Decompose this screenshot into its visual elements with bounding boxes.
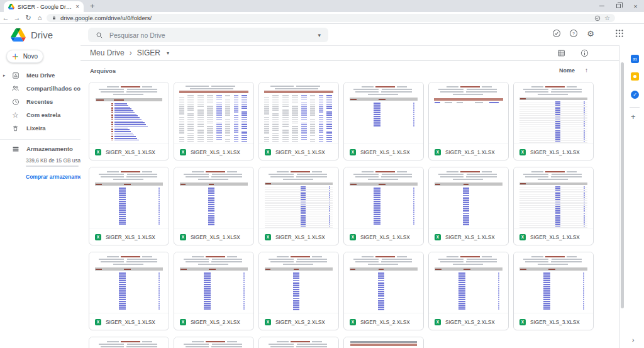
sidebar-item-meu-drive[interactable]: ▸ Meu Drive xyxy=(0,69,80,82)
sort-label[interactable]: Nome xyxy=(559,67,575,74)
excel-file-icon: X xyxy=(180,149,186,155)
file-preview xyxy=(259,82,338,143)
breadcrumb-current[interactable]: SIGER xyxy=(137,48,160,57)
file-footer: XSIGER_XLS_1.XLSX xyxy=(89,313,169,330)
file-card[interactable]: XSIGER_XLS_1.XLSX xyxy=(428,167,509,245)
file-card[interactable]: XSIGER_XLS_2.XLSX xyxy=(428,252,509,330)
expander-icon[interactable]: ▸ xyxy=(3,73,6,78)
keep-icon[interactable] xyxy=(631,72,639,81)
excel-file-icon: X xyxy=(519,319,526,325)
offline-status-icon[interactable] xyxy=(594,15,601,21)
file-preview xyxy=(344,252,423,313)
file-name: SIGER_XLS_2.XLSX xyxy=(445,319,495,325)
sidebar-item-starred[interactable]: ☆ Com estrela xyxy=(0,108,80,121)
file-footer: XSIGER_XLS_1.XLSX xyxy=(344,143,423,160)
file-card[interactable]: XSIGER_XLS_1.XLSX xyxy=(343,167,424,245)
help-icon[interactable]: ? xyxy=(569,29,578,38)
search-options-caret-icon[interactable]: ▾ xyxy=(318,32,321,38)
file-name: SIGER_XLS_1.XLSX xyxy=(445,234,495,240)
reload-icon[interactable]: ↻ xyxy=(23,14,34,21)
storage-label: Armazenamento xyxy=(26,145,73,152)
file-card[interactable] xyxy=(174,337,254,348)
people-icon xyxy=(11,84,19,93)
file-card[interactable]: XSIGER_XLS_3.XLSX xyxy=(513,252,594,330)
file-card[interactable]: XSIGER_XLS_2.XLSX xyxy=(258,252,339,330)
new-button[interactable]: Novo xyxy=(6,50,43,63)
excel-file-icon: X xyxy=(95,319,101,325)
file-card[interactable]: XSIGER_XLS_2.XLSX xyxy=(174,252,254,330)
breadcrumb-root[interactable]: Meu Drive xyxy=(90,48,125,57)
sidebar-item-label: Lixeira xyxy=(26,125,46,132)
file-card[interactable]: XSIGER_XLS_1.XLSX xyxy=(174,167,254,245)
file-preview xyxy=(89,82,169,143)
sidebar-item-shared-with-me[interactable]: Compartilhados comigo xyxy=(0,82,80,95)
bookmark-star-icon[interactable]: ☆ xyxy=(604,15,610,21)
file-card[interactable]: XSIGER_XLS_1.XLSX xyxy=(513,167,594,245)
new-tab-button[interactable]: + xyxy=(90,1,95,11)
close-window-button[interactable]: × xyxy=(627,0,644,12)
folder-menu-caret-icon[interactable]: ▾ xyxy=(167,50,169,56)
file-card[interactable]: XSIGER_XLS_1.XLSX xyxy=(513,82,594,160)
file-card[interactable]: XSIGER_XLS_1.XLSX xyxy=(174,82,254,160)
file-card[interactable]: XSIGER_XLS_1.XLSX xyxy=(258,82,339,160)
side-panel-rail: 31 ✓ + › xyxy=(624,46,644,348)
files-area: Arquivos Nome ↑ XSIGER_XLS_1.XLSXXSIGER_… xyxy=(80,61,619,348)
file-preview xyxy=(429,252,508,313)
search-icon[interactable] xyxy=(96,31,103,39)
drive-logo[interactable]: Drive xyxy=(11,28,53,42)
sidebar-item-recent[interactable]: Recentes xyxy=(0,95,80,108)
back-icon[interactable]: ← xyxy=(0,14,11,21)
sort-control[interactable]: Nome ↑ xyxy=(559,67,588,74)
search-bar[interactable]: ▾ xyxy=(88,28,328,42)
files-heading: Arquivos xyxy=(90,67,116,74)
file-card[interactable]: XSIGER_XLS_1.XLSX xyxy=(258,167,339,245)
file-card[interactable] xyxy=(89,337,169,348)
file-card[interactable]: XSIGER_XLS_1.XLSX xyxy=(343,82,424,160)
sort-ascending-icon[interactable]: ↑ xyxy=(585,67,588,74)
file-card[interactable]: XSIGER_XLS_1.XLSX xyxy=(428,82,509,160)
home-icon[interactable]: ⌂ xyxy=(34,14,45,21)
tab-close-icon[interactable]: × xyxy=(75,4,79,10)
search-input[interactable] xyxy=(109,31,311,39)
file-footer: XSIGER_XLS_1.XLSX xyxy=(344,228,423,245)
file-card[interactable] xyxy=(258,337,339,348)
browser-tab[interactable]: SIGER - Google Drive × xyxy=(4,1,84,12)
collapse-panel-icon[interactable]: › xyxy=(632,336,635,344)
file-card[interactable]: XSIGER_XLS_2.XLSX xyxy=(343,252,424,330)
excel-file-icon: X xyxy=(350,234,356,240)
sidebar-nav: ▸ Meu Drive xyxy=(0,69,80,135)
file-card[interactable]: XSIGER_XLS_1.XLSX xyxy=(89,167,169,245)
file-name: SIGER_XLS_2.XLSX xyxy=(191,319,240,325)
file-card[interactable]: XSIGER_XLS_1.XLSX xyxy=(89,82,169,160)
file-preview xyxy=(429,167,508,228)
file-name: SIGER_XLS_1.XLSX xyxy=(191,149,240,155)
add-panel-icon[interactable]: + xyxy=(631,112,636,121)
file-preview xyxy=(514,252,593,313)
sidebar-item-storage[interactable]: Armazenamento xyxy=(0,142,80,155)
file-name: SIGER_XLS_1.XLSX xyxy=(360,149,410,155)
minimize-icon xyxy=(599,6,604,6)
list-view-icon[interactable] xyxy=(557,49,565,57)
file-preview xyxy=(259,167,338,228)
sidebar-item-trash[interactable]: Lixeira xyxy=(0,121,80,135)
info-icon[interactable] xyxy=(580,49,589,57)
excel-file-icon: X xyxy=(435,149,441,155)
minimize-button[interactable] xyxy=(593,0,610,12)
address-bar[interactable]: drive.google.com/drive/u/0/folders/ ☆ xyxy=(47,14,615,22)
file-preview xyxy=(514,167,593,228)
file-preview xyxy=(174,167,253,228)
settings-gear-icon[interactable]: ⚙ xyxy=(586,29,595,38)
calendar-icon[interactable]: 31 xyxy=(631,55,639,63)
breadcrumb: Meu Drive › SIGER ▾ xyxy=(90,48,169,57)
file-card[interactable]: XSIGER_XLS_1.XLSX xyxy=(89,252,169,330)
file-footer: XSIGER_XLS_1.XLSX xyxy=(514,228,593,245)
tasks-icon[interactable]: ✓ xyxy=(631,91,639,99)
google-apps-icon[interactable] xyxy=(615,29,624,38)
forward-icon[interactable]: → xyxy=(11,14,23,21)
offline-ready-icon[interactable] xyxy=(552,29,561,38)
file-card[interactable] xyxy=(343,337,424,348)
file-footer: XSIGER_XLS_1.XLSX xyxy=(259,228,338,245)
file-footer: XSIGER_XLS_1.XLSX xyxy=(89,228,169,245)
new-button-label: Novo xyxy=(23,53,38,60)
restore-button[interactable] xyxy=(610,0,627,12)
